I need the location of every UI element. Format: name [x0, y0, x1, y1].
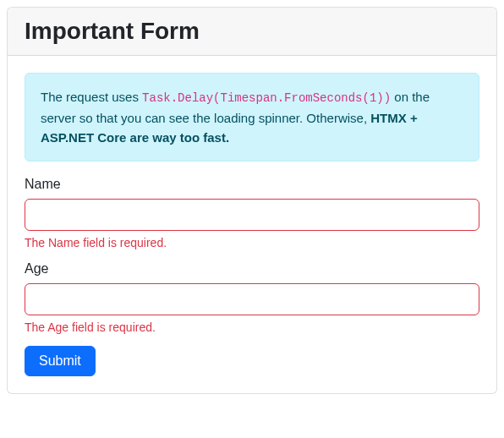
card-body: The request uses Task.Delay(Timespan.Fro…: [8, 56, 496, 393]
name-field-group: Name The Name field is required.: [25, 177, 479, 249]
alert-code: Task.Delay(Timespan.FromSeconds(1)): [142, 91, 391, 105]
name-label: Name: [25, 177, 479, 192]
age-field-group: Age The Age field is required.: [25, 261, 479, 334]
age-input[interactable]: [25, 283, 479, 315]
card-header: Important Form: [8, 8, 496, 56]
name-error: The Name field is required.: [25, 236, 479, 249]
form-card: Important Form The request uses Task.Del…: [7, 7, 497, 394]
name-input[interactable]: [25, 199, 479, 231]
age-label: Age: [25, 261, 479, 276]
page-title: Important Form: [25, 18, 479, 45]
alert-text-prefix: The request uses: [41, 90, 142, 104]
age-error: The Age field is required.: [25, 320, 479, 334]
submit-button[interactable]: Submit: [25, 346, 96, 376]
info-alert: The request uses Task.Delay(Timespan.Fro…: [25, 73, 479, 162]
